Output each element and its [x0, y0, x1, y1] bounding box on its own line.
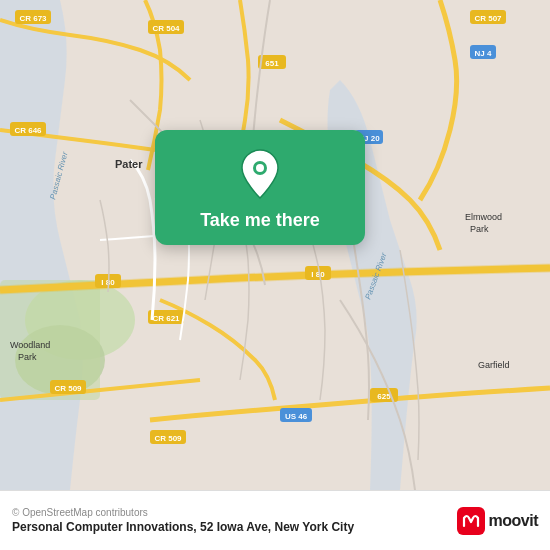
- svg-text:CR 621: CR 621: [152, 314, 180, 323]
- svg-point-41: [256, 164, 264, 172]
- bottom-bar: © OpenStreetMap contributors Personal Co…: [0, 490, 550, 550]
- svg-text:US 46: US 46: [285, 412, 308, 421]
- bottom-info: © OpenStreetMap contributors Personal Co…: [12, 507, 457, 534]
- svg-text:651: 651: [265, 59, 279, 68]
- svg-text:NJ 4: NJ 4: [475, 49, 492, 58]
- map-background: I 80 I 80 NJ 4 NJ 20 651 CR 673 CR 504 C…: [0, 0, 550, 490]
- svg-rect-0: [0, 0, 550, 490]
- take-me-there-card[interactable]: Take me there: [155, 130, 365, 245]
- svg-text:CR 504: CR 504: [152, 24, 180, 33]
- svg-text:I 80: I 80: [311, 270, 325, 279]
- svg-text:Elmwood: Elmwood: [465, 212, 502, 222]
- svg-text:CR 509: CR 509: [54, 384, 82, 393]
- svg-text:CR 673: CR 673: [19, 14, 47, 23]
- svg-text:CR 507: CR 507: [474, 14, 502, 23]
- moovit-icon-svg: [462, 512, 480, 530]
- moovit-logo: moovit: [457, 507, 538, 535]
- osm-credit: © OpenStreetMap contributors: [12, 507, 457, 518]
- svg-text:Pater: Pater: [115, 158, 143, 170]
- svg-text:Woodland: Woodland: [10, 340, 50, 350]
- svg-text:CR 646: CR 646: [14, 126, 42, 135]
- svg-text:Park: Park: [470, 224, 489, 234]
- svg-text:Park: Park: [18, 352, 37, 362]
- moovit-text: moovit: [489, 512, 538, 530]
- take-me-there-button-label: Take me there: [200, 210, 320, 231]
- moovit-icon: [457, 507, 485, 535]
- svg-text:CR 509: CR 509: [154, 434, 182, 443]
- svg-text:Garfield: Garfield: [478, 360, 510, 370]
- location-name: Personal Computer Innovations, 52 Iowa A…: [12, 520, 457, 534]
- map-container: I 80 I 80 NJ 4 NJ 20 651 CR 673 CR 504 C…: [0, 0, 550, 490]
- location-pin-icon: [238, 148, 282, 200]
